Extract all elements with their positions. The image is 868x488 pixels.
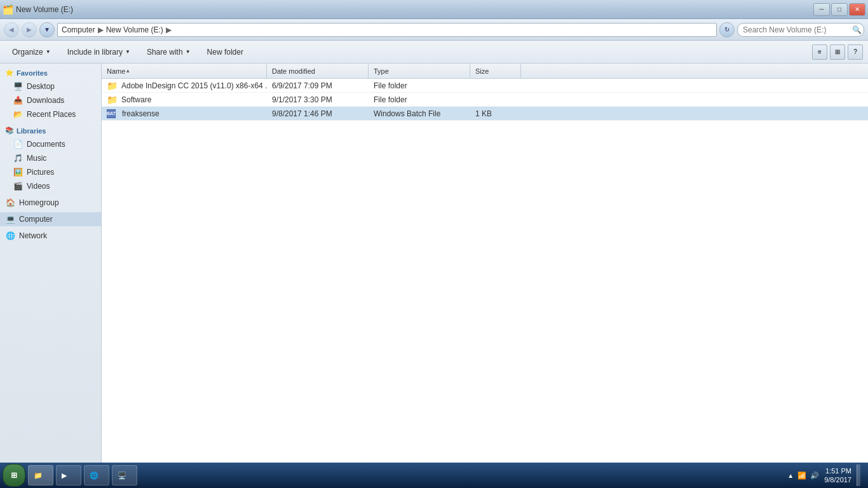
network-app-icon: 🖥️ bbox=[118, 471, 126, 480]
file-name-cell: 📁 Software bbox=[102, 95, 267, 105]
sidebar-item-desktop[interactable]: 🖥️ Desktop bbox=[0, 79, 101, 93]
taskbar-item-network-app[interactable]: 🖥️ bbox=[112, 465, 137, 485]
media-icon: ▶ bbox=[62, 471, 67, 480]
star-icon: ⭐ bbox=[5, 69, 14, 77]
path-segment-volume[interactable]: New Volume (E:) bbox=[106, 25, 163, 34]
file-name: Software bbox=[121, 95, 151, 104]
toolbar: Organize ▼ Include in library ▼ Share wi… bbox=[0, 41, 868, 64]
table-row[interactable]: 📁 Software 9/1/2017 3:30 PM File folder bbox=[102, 93, 868, 107]
organize-label: Organize bbox=[12, 48, 43, 57]
folder-icon: 📁 bbox=[107, 95, 118, 105]
column-name-label: Name bbox=[107, 67, 125, 75]
system-tray: ▲ 📶 🔊 bbox=[787, 471, 819, 480]
network-label: Network bbox=[19, 231, 47, 240]
column-header-name[interactable]: Name ▲ bbox=[102, 64, 267, 78]
sidebar-item-videos[interactable]: 🎬 Videos bbox=[0, 179, 101, 193]
network-icon: 🌐 bbox=[5, 231, 15, 241]
new-folder-button[interactable]: New folder bbox=[200, 43, 250, 61]
explorer-icon: 📁 bbox=[34, 471, 43, 480]
column-header-date[interactable]: Date modified bbox=[267, 64, 369, 78]
file-name-cell: 📁 Adobe InDesign CC 2015 (v11.0) x86-x64… bbox=[102, 81, 267, 91]
table-row[interactable]: 📁 Adobe InDesign CC 2015 (v11.0) x86-x64… bbox=[102, 79, 868, 93]
view-toggle-button[interactable]: ≡ bbox=[812, 44, 827, 60]
date-display: 9/8/2017 bbox=[824, 475, 851, 484]
videos-icon: 🎬 bbox=[13, 181, 23, 191]
sidebar-item-recent-places[interactable]: 📂 Recent Places bbox=[0, 107, 101, 121]
search-wrap: 🔍 bbox=[737, 23, 864, 37]
taskbar-item-media[interactable]: ▶ bbox=[56, 465, 81, 485]
search-input[interactable] bbox=[737, 23, 864, 37]
organize-button[interactable]: Organize ▼ bbox=[5, 43, 58, 61]
column-header-type[interactable]: Type bbox=[369, 64, 470, 78]
share-with-button[interactable]: Share with ▼ bbox=[140, 43, 198, 61]
libraries-icon: 📚 bbox=[5, 126, 14, 135]
computer-section: 💻 Computer bbox=[0, 212, 101, 226]
sidebar-item-computer[interactable]: 💻 Computer bbox=[0, 212, 101, 226]
view-mode-button[interactable]: ⊞ bbox=[830, 44, 845, 60]
minimize-button[interactable]: ─ bbox=[813, 3, 830, 16]
window-title: New Volume (E:) bbox=[16, 5, 73, 14]
downloads-icon: 📥 bbox=[13, 95, 23, 105]
title-bar-controls: ─ □ ✕ bbox=[813, 3, 865, 16]
sidebar-item-downloads[interactable]: 📥 Downloads bbox=[0, 93, 101, 107]
address-path: Computer ▶ New Volume (E:) ▶ bbox=[62, 25, 173, 34]
sidebar-item-pictures[interactable]: 🖼️ Pictures bbox=[0, 165, 101, 179]
documents-label: Documents bbox=[27, 140, 65, 149]
sidebar-item-homegroup[interactable]: 🏠 Homegroup bbox=[0, 196, 101, 210]
include-library-label: Include in library bbox=[67, 48, 123, 57]
column-date-label: Date modified bbox=[272, 67, 315, 75]
videos-label: Videos bbox=[27, 182, 50, 191]
path-segment-computer[interactable]: Computer bbox=[62, 25, 95, 34]
dropdown-button[interactable]: ▼ bbox=[39, 22, 55, 37]
address-bar: ◀ ▶ ▼ Computer ▶ New Volume (E:) ▶ ↻ 🔍 bbox=[0, 19, 868, 41]
homegroup-section: 🏠 Homegroup bbox=[0, 196, 101, 210]
start-button[interactable]: ⊞ bbox=[3, 464, 25, 487]
taskbar-item-explorer[interactable]: 📁 bbox=[28, 465, 53, 485]
tray-icon-arrow[interactable]: ▲ bbox=[787, 472, 794, 479]
favorites-section: ⭐ Favorites 🖥️ Desktop 📥 Downloads 📂 Rec… bbox=[0, 66, 101, 121]
file-type-cell: Windows Batch File bbox=[369, 109, 470, 118]
taskbar-right: ▲ 📶 🔊 1:51 PM 9/8/2017 bbox=[782, 464, 865, 486]
libraries-header[interactable]: 📚 Libraries bbox=[0, 124, 101, 137]
favorites-header[interactable]: ⭐ Favorites bbox=[0, 66, 101, 79]
search-button[interactable]: 🔍 bbox=[852, 25, 862, 34]
include-in-library-button[interactable]: Include in library ▼ bbox=[60, 43, 137, 61]
title-bar-left: 🗂️ New Volume (E:) bbox=[3, 4, 73, 15]
sidebar: ⭐ Favorites 🖥️ Desktop 📥 Downloads 📂 Rec… bbox=[0, 64, 102, 464]
taskbar: ⊞ 📁 ▶ 🌐 🖥️ ▲ 📶 🔊 1:51 PM 9/8/2017 bbox=[0, 463, 868, 488]
refresh-button[interactable]: ↻ bbox=[719, 22, 735, 37]
show-desktop-button[interactable] bbox=[857, 464, 860, 486]
desktop-icon: 🖥️ bbox=[13, 81, 23, 92]
sidebar-item-music[interactable]: 🎵 Music bbox=[0, 151, 101, 165]
file-size-cell: 1 KB bbox=[470, 109, 521, 118]
title-bar: 🗂️ New Volume (E:) ─ □ ✕ bbox=[0, 0, 868, 19]
help-button[interactable]: ? bbox=[848, 44, 863, 60]
back-button[interactable]: ◀ bbox=[4, 22, 19, 37]
column-headers: Name ▲ Date modified Type Size bbox=[102, 64, 868, 79]
desktop-label: Desktop bbox=[27, 82, 55, 91]
address-input[interactable]: Computer ▶ New Volume (E:) ▶ bbox=[57, 23, 717, 37]
column-size-label: Size bbox=[475, 67, 489, 75]
path-separator-1: ▶ bbox=[98, 25, 104, 34]
tray-icon-network: 📶 bbox=[797, 471, 806, 480]
maximize-button[interactable]: □ bbox=[831, 3, 848, 16]
libraries-label: Libraries bbox=[17, 127, 46, 135]
file-name: freaksense bbox=[122, 109, 159, 118]
main-layout: ⭐ Favorites 🖥️ Desktop 📥 Downloads 📂 Rec… bbox=[0, 64, 868, 464]
toolbar-right: ≡ ⊞ ? bbox=[812, 44, 863, 60]
column-header-size[interactable]: Size bbox=[470, 64, 521, 78]
file-date-cell: 9/8/2017 1:46 PM bbox=[267, 109, 369, 118]
computer-label: Computer bbox=[19, 215, 53, 224]
sort-arrow-name: ▲ bbox=[125, 68, 130, 74]
network-section: 🌐 Network bbox=[0, 229, 101, 243]
forward-button[interactable]: ▶ bbox=[22, 22, 37, 37]
taskbar-item-chrome[interactable]: 🌐 bbox=[84, 465, 109, 485]
sidebar-item-documents[interactable]: 📄 Documents bbox=[0, 137, 101, 151]
tray-icon-volume[interactable]: 🔊 bbox=[810, 471, 819, 480]
downloads-label: Downloads bbox=[27, 96, 64, 105]
time-display: 1:51 PM bbox=[824, 466, 851, 475]
taskbar-clock[interactable]: 1:51 PM 9/8/2017 bbox=[824, 466, 851, 485]
table-row[interactable]: BAT freaksense 9/8/2017 1:46 PM Windows … bbox=[102, 107, 868, 121]
close-button[interactable]: ✕ bbox=[849, 3, 865, 16]
sidebar-item-network[interactable]: 🌐 Network bbox=[0, 229, 101, 243]
